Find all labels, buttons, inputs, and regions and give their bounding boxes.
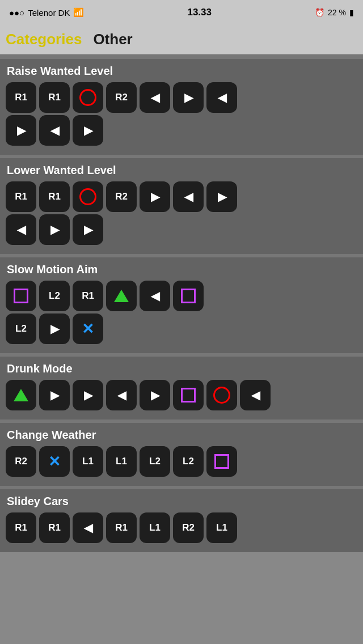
cheat-title: Slow Motion Aim: [5, 263, 358, 276]
cheat-button[interactable]: R2: [106, 181, 137, 212]
cheat-button[interactable]: [206, 380, 237, 410]
cheat-button[interactable]: ▶: [39, 214, 70, 245]
button-row: R2✕L1L1L2L2: [5, 446, 358, 477]
cheats-list: Raise Wanted LevelR1R1R2◀▶◀▶◀▶Lower Want…: [0, 59, 363, 552]
header-separator: [0, 54, 363, 59]
cheat-button[interactable]: ▶: [73, 214, 103, 245]
cheat-section-drunk-mode: Drunk Mode▶▶◀▶◀: [0, 357, 363, 423]
header: Categories Other: [0, 25, 363, 54]
cheat-button[interactable]: ▶: [140, 181, 170, 212]
cheat-button[interactable]: ✕: [73, 313, 103, 344]
wifi-icon: 📶: [73, 7, 84, 18]
cheat-button[interactable]: ▶: [39, 380, 70, 410]
cheat-button[interactable]: R1: [6, 181, 36, 212]
cheat-button[interactable]: L2: [140, 446, 170, 477]
cheat-button[interactable]: ◀: [140, 82, 170, 113]
status-time: 13.33: [187, 7, 212, 18]
cheat-button[interactable]: R1: [39, 512, 70, 543]
cheat-button[interactable]: ▶: [140, 380, 170, 410]
cheat-button[interactable]: ▶: [39, 313, 70, 344]
cheat-button[interactable]: R2: [106, 82, 137, 113]
cheat-button[interactable]: R2: [6, 446, 36, 477]
cheat-button[interactable]: L1: [140, 512, 170, 543]
cheat-button[interactable]: R1: [6, 512, 36, 543]
battery-text: 22 %: [328, 8, 346, 17]
cheat-button[interactable]: R1: [39, 181, 70, 212]
cheat-button[interactable]: L2: [6, 313, 36, 344]
button-row: ▶▶◀▶◀: [5, 380, 358, 410]
cheat-button[interactable]: L2: [173, 446, 204, 477]
cheat-button[interactable]: L1: [206, 512, 237, 543]
button-row: L2R1◀: [5, 281, 358, 311]
cheat-button[interactable]: ◀: [6, 214, 36, 245]
cheat-button[interactable]: L2: [39, 281, 70, 311]
cheat-title: Raise Wanted Level: [5, 65, 358, 78]
cheat-button[interactable]: ▶: [73, 380, 103, 410]
cheat-button[interactable]: [173, 281, 204, 311]
page-title: Other: [93, 31, 132, 48]
button-row: R1R1R2◀▶◀: [5, 82, 358, 113]
button-row: L2▶✕: [5, 313, 358, 344]
cheat-button[interactable]: R1: [106, 512, 137, 543]
cheat-button[interactable]: R1: [39, 82, 70, 113]
cheat-button[interactable]: ◀: [39, 115, 70, 146]
cheat-section-slidey-cars: Slidey CarsR1R1◀R1L1R2L1: [0, 489, 363, 552]
signal-dots: ●●○: [9, 8, 24, 18]
battery-icon: ▮: [349, 8, 354, 17]
cheat-button[interactable]: ◀: [206, 82, 237, 113]
cheat-button[interactable]: [206, 446, 237, 477]
cheat-button[interactable]: ▶: [73, 115, 103, 146]
status-carrier: ●●○ Telenor DK 📶: [9, 7, 84, 18]
status-bar: ●●○ Telenor DK 📶 13.33 ⏰ 22 % ▮: [0, 0, 363, 25]
button-row: R1R1R2▶◀▶: [5, 181, 358, 212]
cheat-title: Lower Wanted Level: [5, 164, 358, 177]
cheat-button[interactable]: ▶: [206, 181, 237, 212]
cheat-title: Change Weather: [5, 429, 358, 442]
cheat-section-change-weather: Change WeatherR2✕L1L1L2L2: [0, 423, 363, 489]
cheat-button[interactable]: ◀: [73, 512, 103, 543]
cheat-button[interactable]: [6, 380, 36, 410]
cheat-section-raise-wanted: Raise Wanted LevelR1R1R2◀▶◀▶◀▶: [0, 59, 363, 158]
cheat-button[interactable]: R1: [6, 82, 36, 113]
cheat-button[interactable]: ◀: [140, 281, 170, 311]
cheat-button[interactable]: R1: [73, 281, 103, 311]
cheat-button[interactable]: [106, 281, 137, 311]
cheat-button[interactable]: [73, 181, 103, 212]
cheat-button[interactable]: ✕: [39, 446, 70, 477]
cheat-button[interactable]: ▶: [173, 82, 204, 113]
cheat-button[interactable]: L1: [73, 446, 103, 477]
status-battery: ⏰ 22 % ▮: [315, 8, 354, 17]
cheat-title: Drunk Mode: [5, 362, 358, 375]
clock-icon: ⏰: [315, 8, 324, 17]
cheat-button[interactable]: [173, 380, 204, 410]
cheat-button[interactable]: L1: [106, 446, 137, 477]
cheat-section-slow-motion-aim: Slow Motion AimL2R1◀L2▶✕: [0, 257, 363, 357]
button-row: ▶◀▶: [5, 115, 358, 146]
cheat-button[interactable]: ◀: [106, 380, 137, 410]
button-row: ◀▶▶: [5, 214, 358, 245]
cheat-button[interactable]: R2: [173, 512, 204, 543]
cheat-button[interactable]: ▶: [6, 115, 36, 146]
cheat-button[interactable]: ◀: [173, 181, 204, 212]
cheat-button[interactable]: [73, 82, 103, 113]
cheat-title: Slidey Cars: [5, 495, 358, 508]
button-row: R1R1◀R1L1R2L1: [5, 512, 358, 543]
cheat-button[interactable]: [6, 281, 36, 311]
carrier-name: Telenor DK: [28, 8, 70, 18]
categories-link[interactable]: Categories: [6, 31, 82, 48]
cheat-section-lower-wanted: Lower Wanted LevelR1R1R2▶◀▶◀▶▶: [0, 158, 363, 257]
cheat-button[interactable]: ◀: [240, 380, 271, 410]
